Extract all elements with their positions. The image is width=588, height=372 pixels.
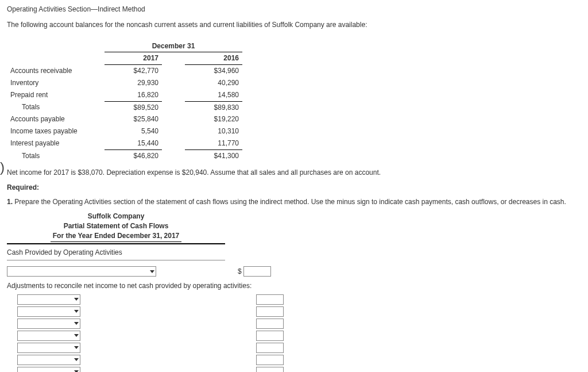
adjustment-input[interactable] [256, 367, 284, 372]
row-label: Totals [7, 149, 105, 162]
adjustment-dropdown[interactable] [17, 355, 80, 365]
table-row: Accounts payable$25,840$19,220 [7, 113, 242, 125]
row-2017: $46,820 [105, 149, 162, 162]
row-label: Income taxes payable [7, 125, 105, 137]
row-2016: 10,310 [185, 125, 242, 137]
adjustment-input[interactable] [256, 355, 284, 365]
chevron-down-icon [74, 346, 79, 349]
row-label: Totals [7, 101, 105, 113]
q1-number: 1. [7, 198, 13, 206]
net-income-input[interactable] [243, 266, 271, 277]
chevron-down-icon [150, 270, 154, 273]
net-income-row: $ [7, 266, 581, 277]
table-row: Totals$46,820$41,300 [7, 149, 242, 162]
table-row: Totals$89,520$89,830 [7, 101, 242, 113]
q1-text: Prepare the Operating Activities section… [14, 198, 566, 206]
net-income-dropdown[interactable] [7, 266, 156, 277]
year-2016: 2016 [185, 52, 242, 65]
row-2016: 40,290 [185, 77, 242, 89]
row-2016: $89,830 [185, 101, 242, 113]
row-2016: 11,770 [185, 137, 242, 149]
adjustment-row [7, 367, 581, 372]
row-2016: $34,960 [185, 65, 242, 77]
row-label: Accounts payable [7, 113, 105, 125]
row-2017: 5,540 [105, 125, 162, 137]
row-2016: $19,220 [185, 113, 242, 125]
table-row: Accounts receivable$42,770$34,960 [7, 65, 242, 77]
adjustment-dropdown[interactable] [17, 294, 80, 305]
chevron-down-icon [74, 310, 79, 313]
row-label: Inventory [7, 77, 105, 89]
adjustment-dropdown[interactable] [17, 343, 80, 353]
row-label: Accounts receivable [7, 65, 105, 77]
margin-bracket: ) [0, 158, 5, 177]
page-title: Operating Activities Section—Indirect Me… [7, 5, 581, 14]
table-row: Inventory29,93040,290 [7, 77, 242, 89]
balances-table: December 31 2017 2016 Accounts receivabl… [7, 40, 242, 162]
row-2017: $42,770 [105, 65, 162, 77]
adjustment-row [7, 319, 581, 329]
intro-text: The following account balances for the n… [7, 20, 581, 30]
adjustment-row [7, 343, 581, 353]
stmt-period: For the Year Ended December 31, 2017 [51, 231, 182, 243]
chevron-down-icon [74, 334, 79, 337]
row-2017: $89,520 [105, 101, 162, 113]
adjustment-dropdown[interactable] [17, 367, 80, 372]
table-row: Interest payable15,44011,770 [7, 137, 242, 149]
stmt-company: Suffolk Company [7, 212, 225, 221]
adjustment-input[interactable] [256, 306, 284, 317]
adjustment-row [7, 355, 581, 365]
adjustments-label: Adjustments to reconcile net income to n… [7, 281, 581, 291]
chevron-down-icon [74, 322, 79, 325]
adjustment-input[interactable] [256, 319, 284, 329]
required-label: Required: [7, 183, 581, 193]
adjustment-row [7, 331, 581, 341]
row-2016: 14,580 [185, 89, 242, 101]
year-2017: 2017 [105, 52, 162, 65]
chevron-down-icon [74, 358, 79, 361]
row-label: Interest payable [7, 137, 105, 149]
net-income-text: Net income for 2017 is $38,070. Deprecia… [7, 168, 581, 178]
adjustment-input[interactable] [256, 294, 284, 305]
adjustment-input[interactable] [256, 331, 284, 341]
row-2017: 16,820 [105, 89, 162, 101]
date-header: December 31 [105, 40, 242, 52]
stmt-title: Partial Statement of Cash Flows [7, 221, 225, 231]
row-label: Prepaid rent [7, 89, 105, 101]
question-1: 1. Prepare the Operating Activities sect… [7, 197, 581, 207]
adjustment-dropdown[interactable] [17, 319, 80, 329]
row-2017: 15,440 [105, 137, 162, 149]
table-row: Income taxes payable5,54010,310 [7, 125, 242, 137]
adjustment-row [7, 306, 581, 317]
adjustment-row [7, 294, 581, 305]
chevron-down-icon [74, 298, 79, 301]
row-2017: $25,840 [105, 113, 162, 125]
row-2017: 29,930 [105, 77, 162, 89]
row-2016: $41,300 [185, 149, 242, 162]
adjustment-dropdown[interactable] [17, 331, 80, 341]
adjustment-dropdown[interactable] [17, 306, 80, 317]
dollar-sign: $ [238, 267, 242, 277]
statement-header-block: Suffolk Company Partial Statement of Cas… [7, 212, 225, 244]
table-row: Prepaid rent16,82014,580 [7, 89, 242, 101]
adjustment-input[interactable] [256, 343, 284, 353]
section-cash-provided: Cash Provided by Operating Activities [7, 246, 225, 260]
